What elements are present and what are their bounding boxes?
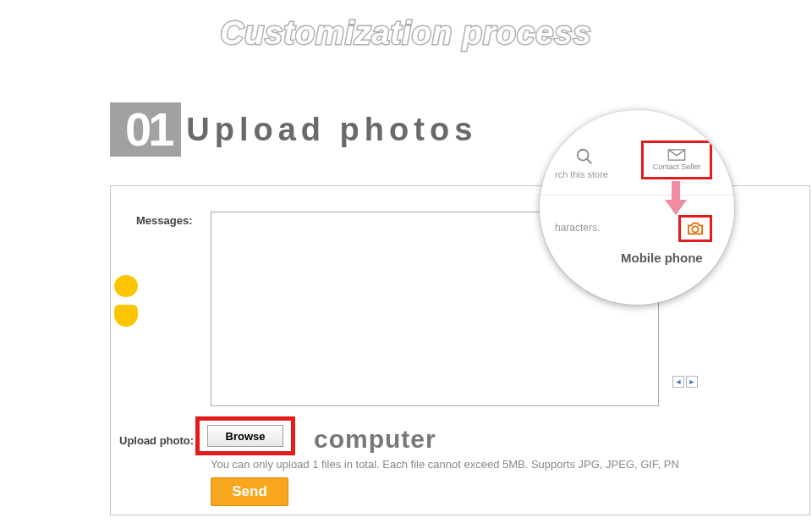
arrow-icon bbox=[672, 181, 680, 201]
search-placeholder-fragment: rch this store bbox=[555, 169, 608, 179]
pager-prev-button[interactable]: ◄ bbox=[672, 376, 684, 388]
characters-fragment: haracters. bbox=[555, 222, 600, 234]
arrow-icon bbox=[665, 200, 687, 215]
computer-callout: computer bbox=[314, 425, 436, 454]
page-title: Customization process bbox=[0, 0, 812, 52]
emoji-icon[interactable] bbox=[114, 275, 138, 297]
browse-button[interactable]: Browse bbox=[207, 425, 283, 447]
messages-label: Messages: bbox=[136, 214, 192, 227]
divider bbox=[540, 195, 734, 196]
send-button[interactable]: Send bbox=[211, 477, 288, 506]
emoji-icon[interactable] bbox=[114, 305, 138, 327]
envelope-icon bbox=[667, 149, 686, 161]
svg-point-3 bbox=[692, 226, 698, 232]
contact-seller-label: Contact Seller bbox=[653, 163, 701, 171]
camera-icon bbox=[686, 221, 705, 236]
step-number-badge: 01 bbox=[110, 102, 181, 157]
mobile-phone-callout: Mobile phone bbox=[621, 251, 703, 265]
mobile-instruction-bubble: rch this store Contact Seller haracters.… bbox=[540, 110, 734, 305]
contact-seller-highlight: Contact Seller bbox=[641, 141, 712, 179]
browse-highlight: Browse bbox=[195, 416, 295, 455]
step-title: Upload photos bbox=[186, 112, 477, 148]
search-icon bbox=[575, 147, 594, 166]
upload-hint: You can only upload 1 files in total. Ea… bbox=[211, 458, 679, 471]
svg-point-0 bbox=[578, 150, 589, 161]
emoji-pager: ◄ ► bbox=[672, 376, 698, 388]
pager-next-button[interactable]: ► bbox=[686, 376, 698, 388]
upload-photo-label: Upload photo: bbox=[119, 434, 194, 447]
camera-highlight bbox=[678, 215, 712, 242]
svg-line-1 bbox=[587, 159, 592, 164]
